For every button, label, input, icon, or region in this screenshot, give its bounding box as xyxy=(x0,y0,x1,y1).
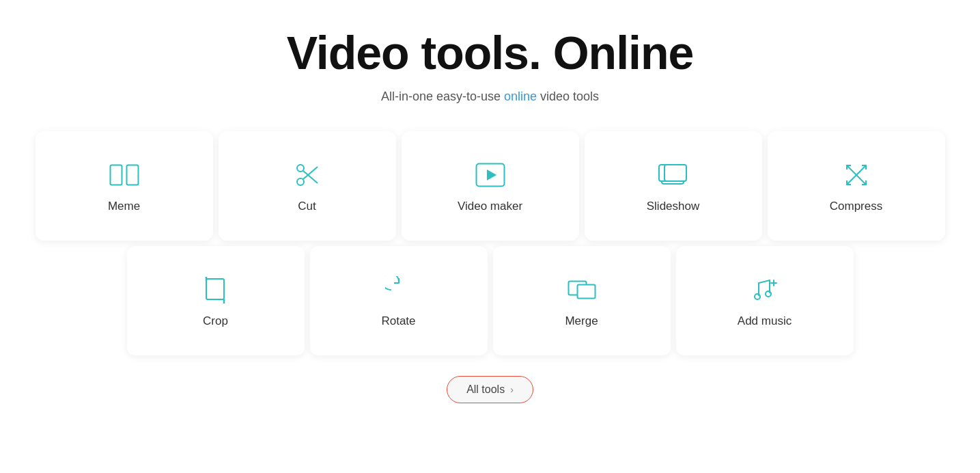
slideshow-icon xyxy=(657,159,690,191)
tools-grid: Meme Cut Video maker xyxy=(19,131,962,355)
cut-label: Cut xyxy=(298,200,316,213)
merge-icon xyxy=(565,273,598,306)
svg-rect-1 xyxy=(126,165,138,185)
add-music-icon xyxy=(748,273,781,306)
tool-rotate[interactable]: Rotate xyxy=(310,246,488,355)
svg-line-11 xyxy=(847,165,856,175)
svg-rect-0 xyxy=(110,165,122,185)
add-music-label: Add music xyxy=(738,314,792,328)
tool-meme[interactable]: Meme xyxy=(36,131,213,241)
compress-icon xyxy=(840,159,873,191)
tool-crop[interactable]: Crop xyxy=(127,246,305,355)
svg-rect-10 xyxy=(664,165,686,181)
slideshow-label: Slideshow xyxy=(647,200,700,213)
tool-merge[interactable]: Merge xyxy=(493,246,671,355)
svg-marker-7 xyxy=(487,170,496,180)
meme-icon xyxy=(108,159,141,191)
page-title: Video tools. Online xyxy=(287,27,694,79)
rotate-label: Rotate xyxy=(381,314,415,328)
svg-line-12 xyxy=(856,165,866,175)
svg-point-3 xyxy=(297,165,304,172)
merge-label: Merge xyxy=(565,314,598,328)
all-tools-button[interactable]: All tools › xyxy=(447,376,533,403)
tool-video-maker[interactable]: Video maker xyxy=(402,131,579,241)
crop-icon xyxy=(199,273,232,306)
svg-line-13 xyxy=(847,175,856,185)
page-subtitle: All-in-one easy-to-use online video tool… xyxy=(381,90,599,104)
svg-rect-15 xyxy=(206,279,224,299)
tools-row-2: Crop Rotate Merge xyxy=(19,246,962,355)
tool-add-music[interactable]: Add music xyxy=(676,246,854,355)
meme-label: Meme xyxy=(108,200,140,213)
video-maker-label: Video maker xyxy=(458,200,522,213)
svg-line-14 xyxy=(856,175,866,185)
all-tools-label: All tools xyxy=(466,383,505,396)
tool-slideshow[interactable]: Slideshow xyxy=(585,131,762,241)
svg-point-20 xyxy=(755,294,760,299)
tool-cut[interactable]: Cut xyxy=(219,131,396,241)
video-maker-icon xyxy=(474,159,507,191)
crop-label: Crop xyxy=(203,314,228,328)
cut-icon xyxy=(291,159,324,191)
rotate-icon xyxy=(382,273,415,306)
chevron-right-icon: › xyxy=(510,384,514,395)
svg-rect-19 xyxy=(577,284,595,298)
tools-row-1: Meme Cut Video maker xyxy=(19,131,962,241)
tool-compress[interactable]: Compress xyxy=(768,131,945,241)
compress-label: Compress xyxy=(830,200,882,213)
svg-point-2 xyxy=(297,178,304,185)
svg-point-21 xyxy=(766,291,771,297)
